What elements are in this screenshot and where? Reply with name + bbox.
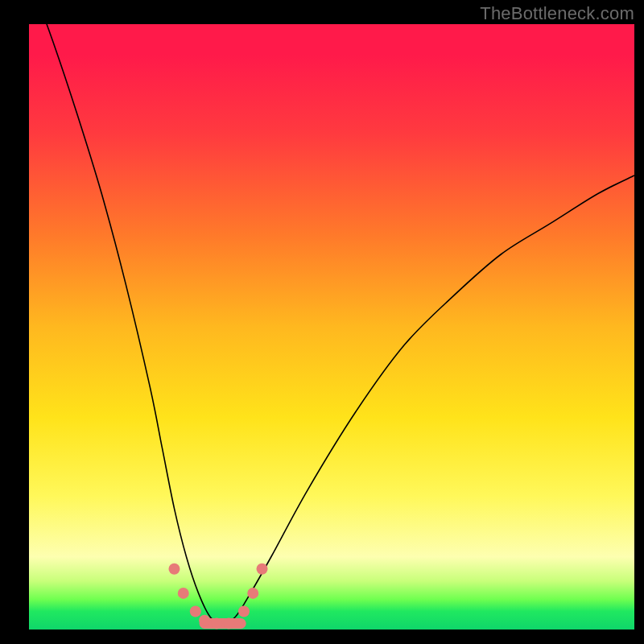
marker-point [199,615,210,626]
plot-area [29,24,634,630]
marker-point [257,564,268,575]
marker-group [168,564,267,630]
marker-point [238,605,250,617]
marker-point [178,588,189,599]
marker-point [211,617,222,629]
watermark-text: TheBottleneck.com [480,3,634,24]
chart-frame: TheBottleneck.com [0,0,644,644]
marker-point [168,564,180,575]
marker-point [247,588,258,599]
bottleneck-curve-svg [29,24,634,630]
marker-point [190,605,201,617]
curve-line [29,0,634,623]
marker-point [223,617,234,629]
